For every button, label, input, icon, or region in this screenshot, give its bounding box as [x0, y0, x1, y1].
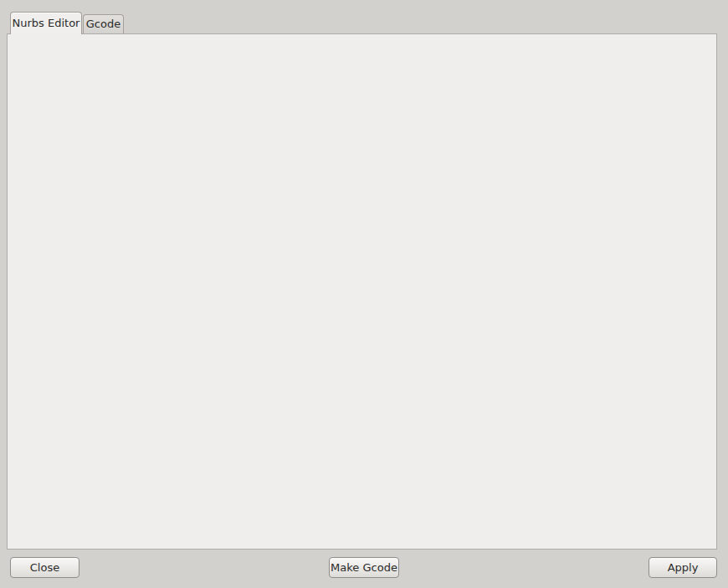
tab-label: Nurbs Editor — [13, 17, 80, 29]
tab-gcode[interactable]: Gcode — [83, 14, 124, 33]
nurbs-editor-page — [7, 33, 717, 550]
apply-button[interactable]: Apply — [649, 557, 717, 578]
tab-label: Gcode — [86, 18, 120, 30]
tab-nurbs-editor[interactable]: Nurbs Editor — [10, 12, 82, 34]
close-button[interactable]: Close — [10, 557, 79, 578]
nurbs-editor-window: Nurbs Editor Gcode Tool 0 Feed 0.00 Rapi… — [0, 0, 728, 588]
make-gcode-button[interactable]: Make Gcode — [329, 557, 399, 578]
